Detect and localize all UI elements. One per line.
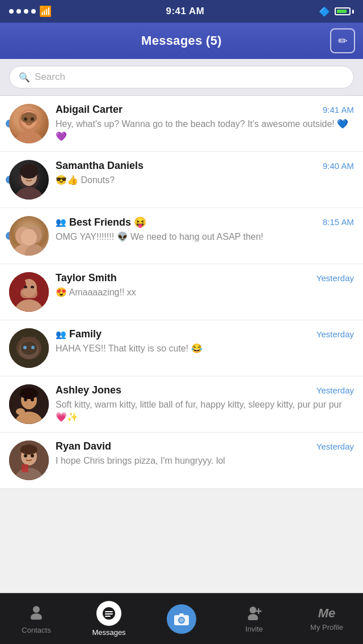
message-header: Ryan David Yesterday <box>56 440 354 452</box>
svg-point-44 <box>20 444 37 455</box>
search-placeholder: Search <box>35 71 65 83</box>
status-right: 🔷 <box>319 6 354 17</box>
sender-name: Ashley Jones <box>56 384 121 396</box>
sender-name: 👥 Family <box>56 328 102 340</box>
message-content: Abigail Carter 9:41 AM Hey, what's up? W… <box>56 104 354 143</box>
tab-myprofile[interactable]: Me My Profile <box>290 594 363 644</box>
messages-list: Abigail Carter 9:41 AM Hey, what's up? W… <box>0 96 363 489</box>
message-preview: HAHA YES!! That kitty is so cute! 😂 <box>56 342 354 355</box>
svg-rect-53 <box>105 613 113 615</box>
message-time: 9:40 AM <box>323 161 354 171</box>
message-content: Samantha Daniels 9:40 AM 😎👍 Donuts? <box>56 160 354 187</box>
myprofile-icon: Me <box>318 606 336 621</box>
status-bar: 📶 9:41 AM 🔷 <box>0 0 363 23</box>
battery-icon <box>335 7 354 15</box>
avatar <box>9 440 49 480</box>
tab-bar: Contacts Messages <box>0 593 363 644</box>
svg-point-9 <box>15 187 43 200</box>
compose-button[interactable]: ✏ <box>330 28 355 53</box>
avatar <box>9 216 49 256</box>
svg-point-30 <box>31 346 35 349</box>
tab-messages[interactable]: Messages <box>73 594 145 644</box>
svg-point-4 <box>24 117 27 121</box>
search-bar[interactable]: 🔍 Search <box>9 66 354 88</box>
svg-point-57 <box>179 618 184 622</box>
group-icon: 👥 <box>56 329 66 340</box>
messages-header: Messages (5) ✏ <box>0 23 363 59</box>
message-item[interactable]: 👥 Family Yesterday HAHA YES!! That kitty… <box>0 320 363 376</box>
svg-point-5 <box>31 117 34 121</box>
message-preview: 😎👍 Donuts? <box>56 174 354 187</box>
contacts-icon <box>28 604 44 624</box>
search-icon: 🔍 <box>19 72 30 83</box>
message-item[interactable]: Abigail Carter 9:41 AM Hey, what's up? W… <box>0 96 363 152</box>
svg-point-29 <box>23 346 27 349</box>
svg-rect-48 <box>22 464 28 472</box>
sender-name: Ryan David <box>56 440 111 452</box>
svg-rect-58 <box>179 613 184 616</box>
group-icon: 👥 <box>56 217 66 227</box>
tab-contacts[interactable]: Contacts <box>0 594 73 644</box>
svg-point-39 <box>31 398 34 401</box>
tab-invite[interactable]: Invite <box>218 594 290 644</box>
svg-point-59 <box>250 607 256 613</box>
message-content: Taylor Smith Yesterday 😍 Amaaaazing!! xx <box>56 272 354 299</box>
message-content: 👥 Best Friends 😝 8:15 AM OMG YAY!!!!!!! … <box>56 216 354 243</box>
message-header: Taylor Smith Yesterday <box>56 272 354 284</box>
svg-point-14 <box>21 229 37 246</box>
avatar <box>9 272 49 312</box>
search-container: 🔍 Search <box>0 59 363 96</box>
message-preview: Hey, what's up? Wanna go to the beach to… <box>56 118 354 143</box>
status-left: 📶 <box>9 5 52 18</box>
message-content: 👥 Family Yesterday HAHA YES!! That kitty… <box>56 328 354 355</box>
svg-point-36 <box>20 388 38 399</box>
wifi-icon: 📶 <box>39 5 52 18</box>
message-header: Ashley Jones Yesterday <box>56 384 354 396</box>
message-time: 8:15 AM <box>323 217 354 227</box>
svg-point-50 <box>31 613 42 620</box>
svg-point-8 <box>20 164 38 179</box>
message-content: Ryan David Yesterday I hope Chris brings… <box>56 440 354 467</box>
tab-messages-label: Messages <box>92 628 125 637</box>
svg-point-11 <box>31 175 34 178</box>
message-header: 👥 Family Yesterday <box>56 328 354 340</box>
message-preview: Soft kitty, warm kitty, little ball of f… <box>56 399 354 424</box>
svg-rect-24 <box>20 288 37 298</box>
message-time: 9:41 AM <box>323 105 354 115</box>
message-time: Yesterday <box>316 385 354 395</box>
svg-point-40 <box>16 408 25 415</box>
message-item[interactable]: Samantha Daniels 9:40 AM 😎👍 Donuts? <box>0 152 363 208</box>
svg-point-2 <box>21 112 37 124</box>
tab-invite-label: Invite <box>245 625 263 633</box>
avatar <box>9 160 49 200</box>
avatar <box>9 328 49 368</box>
message-preview: 😍 Amaaaazing!! xx <box>56 286 354 299</box>
header-title: Messages (5) <box>141 33 222 48</box>
message-time: Yesterday <box>316 442 354 451</box>
svg-point-38 <box>24 398 27 401</box>
svg-point-49 <box>33 606 40 613</box>
message-header: Samantha Daniels 9:40 AM <box>56 160 354 172</box>
message-preview: OMG YAY!!!!!!! 👽 We need to hang out ASA… <box>56 231 354 243</box>
sender-name: Taylor Smith <box>56 272 117 284</box>
message-item[interactable]: Ashley Jones Yesterday Soft kitty, warm … <box>0 376 363 433</box>
message-item[interactable]: Ryan David Yesterday I hope Chris brings… <box>0 433 363 489</box>
bluetooth-icon: 🔷 <box>319 6 330 17</box>
svg-point-46 <box>24 454 27 457</box>
avatar <box>9 104 49 143</box>
message-preview: I hope Chris brings pizza, I'm hungryyy.… <box>56 455 354 467</box>
compose-icon: ✏ <box>338 34 348 48</box>
tab-contacts-label: Contacts <box>22 626 50 634</box>
signal-dots <box>9 9 36 14</box>
message-header: Abigail Carter 9:41 AM <box>56 104 354 116</box>
invite-icon <box>246 604 263 622</box>
messages-icon <box>96 601 121 626</box>
sender-name: 👥 Best Friends 😝 <box>56 216 146 228</box>
message-item[interactable]: 👥 Best Friends 😝 8:15 AM OMG YAY!!!!!!! … <box>0 208 363 264</box>
message-time: Yesterday <box>316 329 354 339</box>
message-item[interactable]: Taylor Smith Yesterday 😍 Amaaaazing!! xx <box>0 264 363 320</box>
svg-point-60 <box>248 614 258 620</box>
message-header: 👥 Best Friends 😝 8:15 AM <box>56 216 354 228</box>
message-time: Yesterday <box>316 273 354 283</box>
tab-camera[interactable] <box>145 594 218 644</box>
